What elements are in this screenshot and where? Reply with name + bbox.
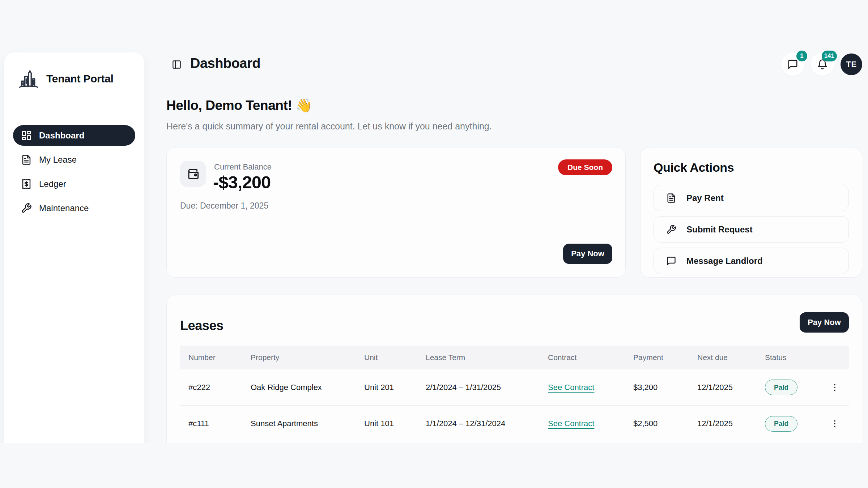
cell-number: #c222 bbox=[180, 383, 242, 392]
file-text-icon bbox=[21, 154, 32, 165]
cell-next-due: 12/1/2025 bbox=[689, 383, 756, 392]
main-header: Dashboard 1 141 TE bbox=[166, 53, 862, 76]
table-row: #c222 Oak Ridge Complex Unit 201 2/1/202… bbox=[180, 369, 849, 406]
more-vertical-icon bbox=[830, 419, 839, 428]
messages-count-badge: 1 bbox=[796, 51, 807, 61]
sidebar-nav: Dashboard My Lease Ledger bbox=[13, 125, 135, 218]
col-number: Number bbox=[180, 353, 242, 362]
cell-property: Sunset Apartments bbox=[242, 419, 356, 428]
wallet-icon bbox=[187, 167, 200, 180]
see-contract-link[interactable]: See Contract bbox=[548, 383, 594, 392]
messages-button[interactable]: 1 bbox=[781, 53, 804, 76]
col-property: Property bbox=[242, 353, 356, 362]
avatar[interactable]: TE bbox=[841, 53, 862, 75]
quick-actions-card: Quick Actions Pay Rent Submit Request bbox=[640, 147, 862, 278]
cell-next-due: 12/1/2025 bbox=[689, 419, 756, 428]
header-actions: 1 141 TE bbox=[781, 53, 862, 76]
leases-header: Leases Pay Now bbox=[180, 308, 849, 337]
row-menu-button[interactable] bbox=[820, 419, 849, 428]
app-title: Tenant Portal bbox=[46, 73, 114, 85]
cell-term: 2/1/2024 – 1/31/2025 bbox=[417, 383, 539, 392]
col-next-due: Next due bbox=[689, 353, 756, 362]
greeting: Hello, Demo Tenant! 👋 Here's a quick sum… bbox=[166, 98, 492, 132]
status-badge: Paid bbox=[765, 380, 797, 395]
sidebar-item-my-lease[interactable]: My Lease bbox=[13, 149, 135, 170]
brand: Tenant Portal bbox=[13, 67, 135, 91]
sidebar-toggle-icon[interactable] bbox=[170, 58, 183, 71]
action-label: Message Landlord bbox=[686, 256, 763, 266]
col-lease-term: Lease Term bbox=[417, 353, 539, 362]
cell-term: 1/1/2024 – 12/31/2024 bbox=[417, 419, 539, 428]
action-label: Submit Request bbox=[686, 224, 753, 235]
sidebar-item-label: Dashboard bbox=[39, 130, 84, 141]
wrench-icon bbox=[666, 224, 676, 235]
col-unit: Unit bbox=[356, 353, 417, 362]
sidebar-item-label: Ledger bbox=[39, 179, 66, 189]
wave-emoji: 👋 bbox=[295, 98, 312, 113]
action-label: Pay Rent bbox=[686, 193, 724, 203]
leases-card: Leases Pay Now Number Property Unit Leas… bbox=[166, 295, 862, 443]
sidebar-item-maintenance[interactable]: Maintenance bbox=[13, 198, 135, 218]
row-menu-button[interactable] bbox=[820, 383, 849, 392]
status-badge: Paid bbox=[765, 416, 797, 432]
notifications-button[interactable]: 141 bbox=[811, 53, 834, 76]
balance-amount: -$3,200 bbox=[213, 172, 271, 192]
chat-icon bbox=[787, 59, 798, 70]
quick-actions-list: Pay Rent Submit Request Message Landlord bbox=[654, 185, 849, 274]
balance-label: Current Balance bbox=[214, 162, 272, 172]
col-payment: Payment bbox=[625, 353, 689, 362]
notifications-count-badge: 141 bbox=[822, 51, 837, 61]
see-contract-link[interactable]: See Contract bbox=[548, 419, 594, 428]
leases-pay-now-button[interactable]: Pay Now bbox=[800, 312, 849, 333]
due-soon-badge: Due Soon bbox=[558, 159, 612, 175]
submit-request-button[interactable]: Submit Request bbox=[654, 216, 849, 243]
pay-now-button[interactable]: Pay Now bbox=[563, 244, 612, 264]
cell-number: #c111 bbox=[180, 419, 242, 428]
quick-actions-title: Quick Actions bbox=[654, 160, 849, 175]
wallet-icon-tile bbox=[180, 161, 206, 187]
cell-unit: Unit 101 bbox=[356, 419, 417, 428]
sidebar-item-label: Maintenance bbox=[39, 203, 89, 213]
sidebar-item-ledger[interactable]: Ledger bbox=[13, 174, 135, 194]
layout-dashboard-icon bbox=[21, 130, 32, 141]
skyline-logo-icon bbox=[17, 68, 40, 90]
cell-payment: $2,500 bbox=[625, 419, 689, 428]
more-vertical-icon bbox=[830, 383, 839, 392]
page-title: Dashboard bbox=[190, 56, 260, 71]
col-contract: Contract bbox=[539, 353, 625, 362]
cell-payment: $3,200 bbox=[625, 383, 689, 392]
sidebar: Tenant Portal Dashboard My Lease bbox=[4, 52, 144, 443]
receipt-icon bbox=[21, 179, 32, 189]
wrench-icon bbox=[21, 203, 32, 214]
leases-title: Leases bbox=[180, 318, 224, 333]
cell-property: Oak Ridge Complex bbox=[242, 383, 356, 392]
greeting-subtitle: Here's a quick summary of your rental ac… bbox=[166, 121, 492, 132]
message-icon bbox=[666, 256, 676, 266]
leases-table-header: Number Property Unit Lease Term Contract… bbox=[180, 346, 849, 369]
pay-rent-button[interactable]: Pay Rent bbox=[654, 185, 849, 211]
cell-unit: Unit 201 bbox=[356, 383, 417, 392]
message-landlord-button[interactable]: Message Landlord bbox=[654, 248, 849, 274]
balance-card: Current Balance -$3,200 Due Soon Due: De… bbox=[166, 147, 626, 278]
due-date-text: Due: December 1, 2025 bbox=[180, 201, 268, 211]
file-text-icon bbox=[666, 193, 676, 203]
app-viewport: Tenant Portal Dashboard My Lease bbox=[0, 0, 868, 443]
greeting-title: Hello, Demo Tenant! 👋 bbox=[166, 98, 492, 113]
sidebar-item-label: My Lease bbox=[39, 155, 77, 165]
col-status: Status bbox=[756, 353, 820, 362]
table-row: #c111 Sunset Apartments Unit 101 1/1/202… bbox=[180, 406, 849, 442]
sidebar-item-dashboard[interactable]: Dashboard bbox=[13, 125, 135, 146]
